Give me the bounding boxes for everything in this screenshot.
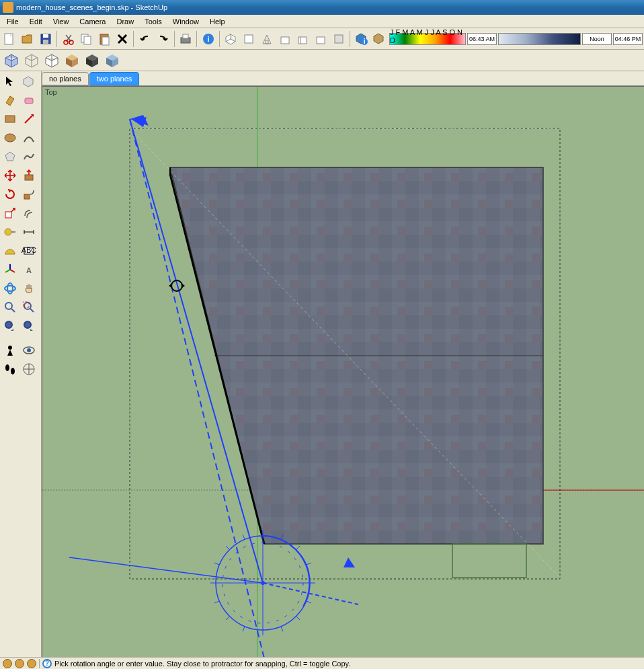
tape-tool[interactable]	[1, 223, 19, 241]
arc-tool[interactable]	[20, 129, 38, 147]
redo-button[interactable]	[155, 30, 171, 48]
titlebar: modern_house_scenes_begin.skp - SketchUp	[0, 0, 644, 15]
shadow-toggle-button[interactable]	[371, 30, 388, 48]
help-icon[interactable]: ?	[42, 659, 52, 668]
menu-help[interactable]: Help	[204, 16, 231, 27]
position-camera-tool[interactable]	[1, 342, 19, 359]
top-view-button[interactable]	[241, 30, 257, 48]
tab-no-planes[interactable]: no planes	[42, 72, 89, 85]
circle-tool[interactable]	[1, 129, 19, 147]
look-around-tool[interactable]	[20, 342, 38, 359]
move-tool[interactable]	[1, 167, 19, 184]
shaded-textures-button[interactable]	[83, 52, 101, 69]
orbit-tool[interactable]	[1, 280, 19, 297]
polygon-tool[interactable]	[1, 148, 19, 165]
line-tool[interactable]	[20, 110, 38, 128]
eraser-tool[interactable]	[20, 91, 38, 109]
scale-tool[interactable]	[1, 204, 19, 222]
menu-tools[interactable]: Tools	[139, 16, 167, 27]
style-toolbar	[0, 50, 644, 71]
pan-tool[interactable]	[20, 280, 38, 297]
time-slider[interactable]	[498, 33, 581, 45]
cut-button[interactable]	[60, 30, 77, 48]
rotate-tool[interactable]	[1, 186, 19, 203]
svg-line-86	[296, 617, 300, 620]
undo-button[interactable]	[136, 30, 153, 48]
status-icon-1[interactable]	[3, 659, 12, 668]
menu-draw[interactable]: Draw	[111, 16, 139, 27]
iso-view-button[interactable]	[223, 30, 239, 48]
svg-rect-20	[281, 37, 289, 44]
3dtext-tool[interactable]: A	[20, 261, 38, 278]
left-view-button[interactable]	[313, 30, 329, 48]
new-button[interactable]	[1, 30, 18, 48]
svg-line-92	[281, 627, 283, 631]
svg-line-88	[296, 546, 300, 549]
walk-tool[interactable]	[1, 360, 19, 378]
svg-point-46	[7, 283, 13, 294]
svg-rect-3	[43, 40, 48, 44]
copy-button[interactable]	[78, 30, 95, 48]
paste-button[interactable]	[96, 30, 113, 48]
shaded-button[interactable]	[63, 52, 81, 69]
svg-rect-28	[5, 116, 15, 122]
svg-line-43	[5, 270, 10, 272]
status-icon-2[interactable]	[15, 659, 24, 668]
zoom-window-tool[interactable]	[20, 299, 38, 316]
select-tool[interactable]	[1, 73, 19, 90]
freehand-tool[interactable]	[20, 148, 38, 165]
zoom-extents-tool[interactable]	[20, 317, 38, 335]
tab-two-planes[interactable]: two planes	[89, 72, 140, 85]
pushpull-tool[interactable]	[20, 167, 38, 184]
svg-text:i: i	[207, 35, 209, 43]
xray-button[interactable]	[3, 52, 20, 69]
back-view-button[interactable]	[294, 30, 311, 48]
svg-text:A: A	[26, 266, 32, 274]
section-tool[interactable]	[20, 360, 38, 378]
svg-point-56	[27, 348, 31, 352]
time-start[interactable]: 06:43 AM	[467, 33, 497, 45]
save-button[interactable]	[38, 30, 54, 48]
open-button[interactable]	[19, 30, 36, 48]
model-canvas[interactable]	[42, 87, 644, 657]
followme-tool[interactable]	[20, 186, 38, 203]
offset-tool[interactable]	[20, 204, 38, 222]
statusbar: ? Pick rotation angle or enter value. St…	[0, 657, 644, 669]
month-bar[interactable]: J F M A M J J A S O N D	[389, 33, 466, 45]
svg-line-87	[226, 617, 229, 620]
svg-rect-33	[5, 212, 11, 218]
print-button[interactable]	[177, 30, 194, 48]
zoom-tool[interactable]	[1, 299, 19, 316]
time-noon: Noon	[582, 33, 612, 45]
hidden-line-button[interactable]	[43, 52, 61, 69]
paint-tool[interactable]	[1, 91, 19, 109]
shadow-info-button[interactable]: i	[353, 30, 370, 48]
time-end[interactable]: 04:46 PM	[613, 33, 643, 45]
menu-view[interactable]: View	[48, 16, 75, 27]
text-tool[interactable]: ABC	[20, 242, 38, 260]
menu-edit[interactable]: Edit	[24, 16, 48, 27]
axes-tool[interactable]	[1, 261, 19, 278]
rectangle-tool[interactable]	[1, 110, 19, 128]
right-view-button[interactable]	[276, 30, 293, 48]
protractor-tool[interactable]	[1, 242, 19, 260]
front-view-button[interactable]	[259, 30, 276, 48]
menu-camera[interactable]: Camera	[74, 16, 111, 27]
status-icon-3[interactable]	[27, 659, 36, 668]
zoom-previous-tool[interactable]	[1, 317, 19, 335]
menubar: File Edit View Camera Draw Tools Window …	[0, 15, 644, 28]
model-info-button[interactable]: i	[200, 30, 216, 48]
delete-button[interactable]	[114, 30, 131, 48]
protractor-gizmo[interactable]	[210, 530, 315, 635]
svg-point-57	[5, 364, 9, 371]
dimension-tool[interactable]	[20, 223, 38, 241]
view-button[interactable]	[331, 30, 348, 48]
menu-file[interactable]: File	[1, 16, 24, 27]
menu-window[interactable]: Window	[167, 16, 204, 27]
wireframe-button[interactable]	[23, 52, 40, 69]
svg-rect-18	[245, 35, 253, 43]
monochrome-button[interactable]	[104, 52, 121, 69]
svg-rect-23	[317, 37, 325, 44]
viewport[interactable]: Top	[42, 86, 644, 657]
component-tool[interactable]	[20, 73, 38, 90]
